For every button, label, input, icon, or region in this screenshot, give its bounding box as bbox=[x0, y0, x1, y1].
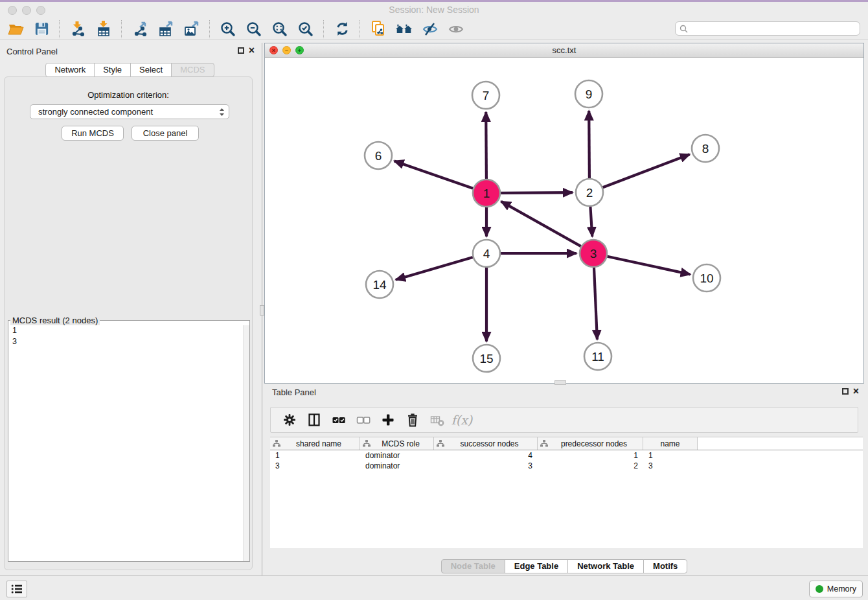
float-table-panel-icon[interactable] bbox=[842, 388, 849, 395]
cell-successor-nodes[interactable]: 3 bbox=[434, 461, 538, 470]
clone-network-button[interactable] bbox=[365, 19, 391, 39]
table-row[interactable]: 1dominator411 bbox=[270, 450, 863, 461]
table-panel-header: Table Panel × bbox=[264, 385, 864, 400]
mcds-result-group: MCDS result (2 nodes) 13 bbox=[8, 316, 250, 562]
edge-2-9[interactable] bbox=[589, 111, 589, 178]
criterion-dropdown[interactable]: strongly connected component bbox=[30, 104, 229, 119]
column-tree-icon bbox=[363, 440, 371, 447]
show-columns-button[interactable] bbox=[302, 410, 326, 430]
zoom-fit-button[interactable] bbox=[267, 19, 293, 39]
select-all-columns-button[interactable] bbox=[326, 410, 351, 430]
close-panel-button[interactable]: Close panel bbox=[131, 126, 199, 141]
tab-network-table[interactable]: Network Table bbox=[567, 559, 644, 573]
minimize-window-icon[interactable] bbox=[22, 6, 31, 15]
zoom-selected-icon bbox=[297, 21, 314, 38]
show-panels-button[interactable] bbox=[6, 581, 27, 597]
zoom-window-icon[interactable] bbox=[36, 6, 45, 15]
cell-successor-nodes[interactable]: 4 bbox=[434, 451, 538, 460]
cell-shared-name[interactable]: 1 bbox=[270, 451, 360, 460]
export-table-button[interactable] bbox=[153, 19, 179, 39]
search-input[interactable] bbox=[691, 23, 860, 34]
cell-predecessor-nodes[interactable]: 1 bbox=[538, 451, 643, 460]
node-label-2: 2 bbox=[586, 186, 593, 200]
zoom-out-button[interactable] bbox=[241, 19, 267, 39]
column-tree-icon bbox=[437, 440, 444, 447]
cell-shared-name[interactable]: 3 bbox=[270, 461, 360, 470]
minimize-view-icon[interactable]: − bbox=[282, 46, 291, 54]
close-window-icon[interactable] bbox=[8, 6, 17, 15]
tab-node-table[interactable]: Node Table bbox=[441, 559, 505, 573]
edge-1-2[interactable] bbox=[501, 192, 573, 193]
zoom-selected-button[interactable] bbox=[293, 19, 319, 39]
node-label-4: 4 bbox=[483, 247, 490, 260]
column-header-mcds-role[interactable]: MCDS role bbox=[360, 437, 434, 450]
tab-select[interactable]: Select bbox=[130, 63, 172, 77]
column-header-successor-nodes[interactable]: successor nodes bbox=[434, 437, 538, 450]
main-titlebar: Session: New Session bbox=[0, 2, 868, 18]
import-table-icon bbox=[95, 21, 112, 38]
network-view-window: scc.txt × − + 7968124314101511 bbox=[264, 43, 864, 384]
import-table-button[interactable] bbox=[91, 19, 117, 39]
unselect-all-columns-button[interactable] bbox=[351, 410, 376, 430]
zoom-in-button[interactable] bbox=[215, 19, 241, 39]
edge-2-8[interactable] bbox=[603, 154, 690, 187]
import-network-button[interactable] bbox=[65, 19, 91, 39]
edge-3-11[interactable] bbox=[594, 268, 597, 340]
save-session-button[interactable] bbox=[29, 19, 54, 39]
network-window-titlebar[interactable]: scc.txt × − + bbox=[265, 43, 863, 58]
export-network-button[interactable] bbox=[127, 19, 153, 39]
optimization-criterion-label: Optimization criterion: bbox=[5, 90, 252, 100]
tab-mcds[interactable]: MCDS bbox=[171, 63, 214, 77]
cell-predecessor-nodes[interactable]: 2 bbox=[538, 461, 643, 470]
checked-boxes-icon bbox=[331, 412, 347, 428]
edge-1-6[interactable] bbox=[394, 161, 474, 189]
mcds-result-list[interactable]: 13 bbox=[8, 325, 249, 561]
float-panel-icon[interactable] bbox=[238, 47, 244, 54]
table-header-row: shared nameMCDS rolesuccessor nodesprede… bbox=[270, 437, 863, 450]
search-field[interactable] bbox=[675, 21, 860, 36]
horizontal-splitter-grip[interactable] bbox=[554, 380, 566, 385]
run-mcds-button[interactable]: Run MCDS bbox=[62, 126, 124, 141]
create-column-button[interactable] bbox=[376, 410, 400, 430]
memory-button[interactable]: Memory bbox=[809, 581, 863, 597]
hide-graphics-details-button[interactable] bbox=[417, 19, 443, 39]
search-icon bbox=[680, 25, 688, 33]
apply-layout-button[interactable] bbox=[329, 19, 355, 39]
edge-2-3[interactable] bbox=[590, 207, 592, 237]
cell-mcds-role[interactable]: dominator bbox=[360, 451, 434, 460]
result-scrollbar[interactable] bbox=[243, 325, 249, 561]
table-row[interactable]: 3dominator323 bbox=[270, 461, 863, 471]
function-builder-button[interactable]: f(x) bbox=[450, 410, 474, 430]
tab-network[interactable]: Network bbox=[45, 63, 95, 77]
cell-name[interactable]: 3 bbox=[643, 461, 698, 470]
edge-3-1[interactable] bbox=[501, 202, 581, 246]
tab-motifs[interactable]: Motifs bbox=[643, 559, 687, 573]
maximize-view-icon[interactable]: + bbox=[295, 46, 304, 54]
column-header-shared-name[interactable]: shared name bbox=[270, 437, 360, 450]
close-panel-icon[interactable]: × bbox=[249, 47, 255, 54]
close-view-icon[interactable]: × bbox=[269, 46, 278, 54]
tab-edge-table[interactable]: Edge Table bbox=[505, 559, 568, 573]
delete-columns-button[interactable] bbox=[400, 410, 425, 430]
vertical-splitter[interactable] bbox=[260, 43, 264, 575]
show-graphics-details-button[interactable] bbox=[443, 19, 469, 39]
node-table[interactable]: shared nameMCDS rolesuccessor nodesprede… bbox=[270, 437, 863, 548]
edge-3-10[interactable] bbox=[608, 257, 691, 275]
delete-table-button[interactable] bbox=[425, 410, 450, 430]
toolbar-separator bbox=[59, 20, 60, 38]
close-table-panel-icon[interactable]: × bbox=[853, 387, 859, 395]
edge-4-14[interactable] bbox=[396, 257, 473, 280]
edge-1-7[interactable] bbox=[486, 112, 486, 179]
tab-style[interactable]: Style bbox=[94, 63, 131, 77]
cell-name[interactable]: 1 bbox=[643, 451, 698, 460]
cell-mcds-role[interactable]: dominator bbox=[360, 461, 434, 470]
save-floppy-icon bbox=[34, 21, 50, 37]
show-all-networks-button[interactable] bbox=[391, 19, 417, 39]
column-header-name[interactable]: name bbox=[643, 437, 698, 450]
export-image-button[interactable] bbox=[179, 19, 205, 39]
network-graph-canvas[interactable]: 7968124314101511 bbox=[265, 58, 863, 383]
open-session-button[interactable] bbox=[3, 19, 29, 39]
table-options-button[interactable] bbox=[277, 410, 302, 430]
column-header-predecessor-nodes[interactable]: predecessor nodes bbox=[538, 437, 643, 450]
splitter-grip[interactable] bbox=[260, 305, 264, 316]
